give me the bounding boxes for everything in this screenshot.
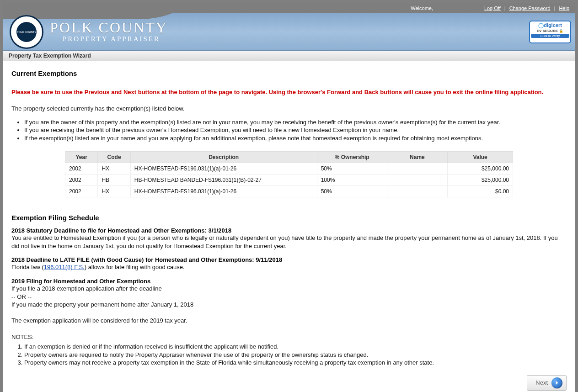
county-sub: PROPERTY APPRAISER [63,35,168,43]
exemptions-table: Year Code Description % Ownership Name V… [65,151,513,197]
cell-desc: HX-HOMESTEAD-FS196.031(1)(a)-01-26 [130,186,317,197]
note-item: If an exemption is denied or if the info… [24,343,567,351]
notes-label: NOTES: [11,333,567,341]
cell-value: $25,000.00 [448,175,513,186]
cell-ownership: 100% [317,175,387,186]
navigation-warning: Please be sure to use the Previous and N… [11,88,567,96]
cell-code: HX [98,186,130,197]
note-item: Property owners may not receive a proper… [24,359,567,367]
table-row: 2002HXHX-HOMESTEAD-FS196.031(1)(a)-01-26… [65,186,513,197]
cell-code: HB [98,175,130,186]
cell-code: HX [98,163,130,175]
table-row: 2002HBHB-HOMESTEAD BANDED-FS196.031(1)(B… [65,175,513,186]
next-button[interactable]: Next [527,375,567,391]
cell-name [387,175,448,186]
arrow-right-icon [551,377,562,388]
info-bullets: If you are the owner of this property an… [24,118,567,143]
current-exemptions-heading: Current Exemptions [11,69,567,77]
col-desc: Description [130,152,317,163]
digicert-badge[interactable]: ◯digicert EV SECURE 🔒 Click to Verify [529,21,571,43]
schedule-2019: 2019 Filing for Homestead and Other Exem… [11,278,567,325]
cell-year: 2002 [65,175,98,186]
cell-value: $0.00 [448,186,513,197]
cell-ownership: 50% [317,186,387,197]
cell-year: 2002 [65,163,98,175]
separator: | [504,5,506,11]
schedule-latefile: 2018 Deadline to LATE FILE (with Good Ca… [11,256,567,271]
schedule-body: If you file a 2018 exemption application… [11,285,567,325]
app-frame: Welcome, Log Off | Change Password | Hel… [3,3,575,392]
change-password-link[interactable]: Change Password [509,5,551,11]
notes-list: If an exemption is denied or if the info… [24,343,567,367]
cell-desc: HX-HOMESTEAD-FS196.031(1)(a)-01-26 [130,163,317,175]
table-header-row: Year Code Description % Ownership Name V… [65,152,513,163]
help-link[interactable]: Help [559,5,569,11]
intro-text: The property selected currently has the … [11,105,567,113]
schedule-heading: Exemption Filing Schedule [11,214,567,222]
digicert-secure: EV SECURE 🔒 [531,29,569,33]
col-year: Year [65,152,98,163]
schedule-body: Florida law (196.011(8) F.S.) allows for… [11,263,567,271]
cell-name [387,186,448,197]
county-name: POLK COUNTY [50,19,168,36]
content: Current Exemptions Please be sure to use… [3,61,575,373]
col-ownership: % Ownership [317,152,387,163]
cell-year: 2002 [65,186,98,197]
col-value: Value [448,152,513,163]
cell-value: $25,000.00 [448,163,513,175]
schedule-title: 2018 Deadline to LATE FILE (with Good Ca… [11,256,567,263]
table-row: 2002HXHX-HOMESTEAD-FS196.031(1)(a)-01-26… [65,163,513,175]
cell-desc: HB-HOMESTEAD BANDED-FS196.031(1)(B)-02-2… [130,175,317,186]
schedule-statutory: 2018 Statutory Deadline to file for Home… [11,227,567,250]
bullet-item: If the exemption(s) listed are in your n… [24,134,567,143]
note-item: Property owners are required to notify t… [24,351,567,359]
schedule-title: 2018 Statutory Deadline to file for Home… [11,227,567,234]
footer-nav: Next [3,373,575,392]
schedule-body: You are entitled to Homestead Exemption … [11,234,567,250]
statute-link[interactable]: 196.011(8) F.S. [44,264,85,270]
banner: POLK COUNTY POLK COUNTY PROPERTY APPRAIS… [3,13,575,51]
col-name: Name [387,152,448,163]
bullet-item: If you are receiving the benefit of the … [24,126,567,134]
wizard-header: Property Tax Exemption Wizard [3,51,575,61]
cell-name [387,163,448,175]
col-code: Code [98,152,130,163]
seal-inner: POLK COUNTY [16,22,37,42]
digicert-verify: Click to Verify [531,34,569,38]
banner-title: POLK COUNTY PROPERTY APPRAISER [50,19,168,43]
county-seal: POLK COUNTY [10,15,43,49]
separator: | [554,5,556,11]
cell-ownership: 50% [317,163,387,175]
welcome-text: Welcome, [411,3,433,13]
logoff-link[interactable]: Log Off [484,5,501,11]
next-label: Next [535,379,548,386]
digicert-logo: ◯digicert [531,22,569,28]
bullet-item: If you are the owner of this property an… [24,118,567,127]
schedule-title: 2019 Filing for Homestead and Other Exem… [11,278,567,285]
